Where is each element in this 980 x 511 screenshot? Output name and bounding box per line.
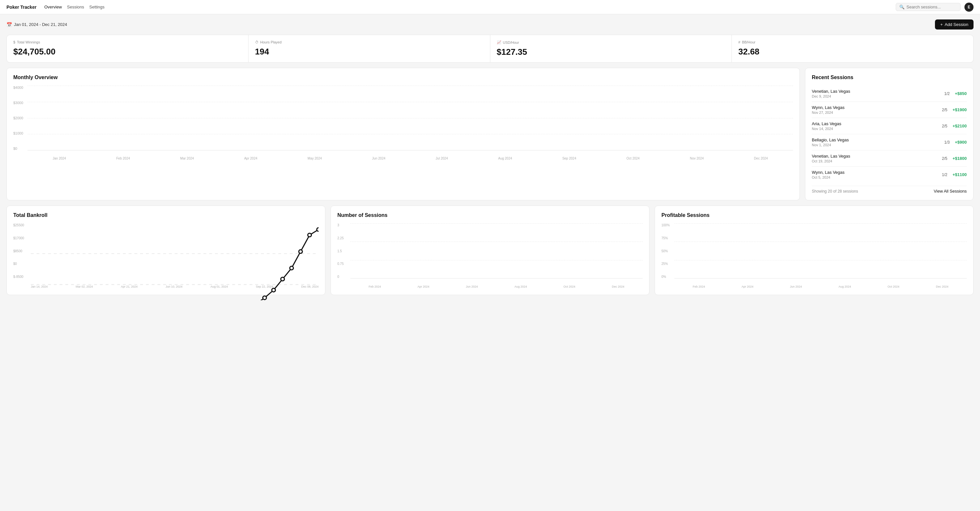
bankroll-chart: $25500 $17000 $8500 $0 $-8500 xyxy=(13,223,318,288)
chart-y-labels: $4000 $3000 $2000 $1000 $0 xyxy=(13,86,26,150)
stat-label-bb: # BB/Hour xyxy=(738,40,967,44)
bankroll-panel: Total Bankroll $25500 $17000 $8500 $0 $-… xyxy=(6,205,325,295)
session-row[interactable]: Venetian, Las Vegas Oct 19, 2024 2/5 +$1… xyxy=(812,150,967,167)
session-right: 2/5 +$1800 xyxy=(942,156,967,161)
x-label: Jul 2024 xyxy=(436,157,448,160)
stat-label-hours: ⏱ Hours Played xyxy=(255,40,484,44)
search-box[interactable]: 🔍 xyxy=(896,3,961,11)
session-info: Wynn, Las Vegas Nov 27, 2024 xyxy=(812,105,845,115)
session-right: 1/2 +$850 xyxy=(944,91,967,96)
session-right: 2/5 +$2100 xyxy=(942,124,967,128)
x-label: Aug 2024 xyxy=(498,157,512,160)
session-venue: Venetian, Las Vegas xyxy=(812,154,850,159)
stat-usd-hour: 📈 USD/Hour $127.35 xyxy=(490,35,732,62)
trend-icon: 📈 xyxy=(497,40,501,45)
nav-sessions[interactable]: Sessions xyxy=(67,3,84,11)
y-label: $-8500 xyxy=(13,275,30,279)
search-input[interactable] xyxy=(907,5,957,10)
nav-settings[interactable]: Settings xyxy=(89,3,105,11)
bottom-row: Total Bankroll $25500 $17000 $8500 $0 $-… xyxy=(6,205,974,295)
avatar: E xyxy=(964,3,974,12)
session-row[interactable]: Bellagio, Las Vegas Nov 1, 2024 1/3 +$90… xyxy=(812,134,967,150)
search-icon: 🔍 xyxy=(899,5,905,10)
calendar-icon: 📅 xyxy=(6,22,12,27)
session-profit: +$900 xyxy=(955,140,967,145)
session-date: Nov 27, 2024 xyxy=(812,111,845,115)
stat-value-winnings: $24,705.00 xyxy=(13,47,242,57)
profitable-title: Profitable Sessions xyxy=(662,212,967,218)
stat-value-bb: 32.68 xyxy=(738,47,967,57)
add-session-button[interactable]: + Add Session xyxy=(935,19,974,30)
chart-x-labels: Jan 2024Feb 2024Mar 2024Apr 2024May 2024… xyxy=(27,157,793,160)
bankroll-svg xyxy=(31,223,318,300)
y-label: $4000 xyxy=(13,86,26,89)
session-date: Nov 1, 2024 xyxy=(812,143,849,147)
session-row[interactable]: Wynn, Las Vegas Nov 27, 2024 2/5 +$1900 xyxy=(812,102,967,118)
chart-bars xyxy=(27,86,793,150)
profitable-bars xyxy=(675,223,967,279)
session-right: 2/5 +$1900 xyxy=(942,107,967,112)
sessions-footer: Showing 20 of 28 sessions View All Sessi… xyxy=(812,186,967,194)
app-brand: Poker Tracker xyxy=(6,5,37,10)
x-label: May 2024 xyxy=(307,157,322,160)
num-sessions-chart: 3 2.25 1.5 0.75 0 Feb 2024 Apr 2024 Jun … xyxy=(337,223,643,288)
stat-bb-hour: # BB/Hour 32.68 xyxy=(732,35,973,62)
profitable-x: Feb 2024 Apr 2024 Jun 2024 Aug 2024 Oct … xyxy=(675,285,967,288)
num-sessions-panel: Number of Sessions 3 2.25 1.5 0.75 0 xyxy=(331,205,649,295)
stat-label-winnings: $ Total Winnings xyxy=(13,40,242,44)
monthly-chart-area: $4000 $3000 $2000 $1000 $0 Jan 2024Feb 2… xyxy=(13,86,793,160)
session-profit: +$1800 xyxy=(953,156,967,161)
bankroll-dot xyxy=(317,228,318,231)
sessions-list: Venetian, Las Vegas Dec 9, 2024 1/2 +$85… xyxy=(812,86,967,183)
session-venue: Wynn, Las Vegas xyxy=(812,105,845,110)
x-label: Jun 2024 xyxy=(372,157,385,160)
view-all-sessions-link[interactable]: View All Sessions xyxy=(934,189,967,194)
recent-sessions-title: Recent Sessions xyxy=(812,75,967,80)
session-stakes: 2/5 xyxy=(942,156,948,161)
date-range[interactable]: 📅 Jan 01, 2024 - Dec 21, 2024 xyxy=(6,22,67,27)
nav-links: Overview Sessions Settings xyxy=(45,3,105,11)
session-info: Venetian, Las Vegas Oct 19, 2024 xyxy=(812,154,850,163)
y-label: $25500 xyxy=(13,223,30,227)
middle-row: Monthly Overview $4000 $3000 $2000 $1000… xyxy=(6,68,974,201)
bankroll-title: Total Bankroll xyxy=(13,212,318,218)
monthly-overview-title: Monthly Overview xyxy=(13,75,793,80)
bankroll-x-labels: Jan 14, 2024 Mar 02, 2024 Apr 21, 2024 J… xyxy=(31,285,318,288)
y-label: $3000 xyxy=(13,101,26,105)
bankroll-dot xyxy=(263,296,266,299)
stat-value-hours: 194 xyxy=(255,47,484,57)
session-stakes: 1/3 xyxy=(944,140,950,145)
session-row[interactable]: Aria, Las Vegas Nov 14, 2024 2/5 +$2100 xyxy=(812,118,967,134)
session-venue: Bellagio, Las Vegas xyxy=(812,137,849,142)
x-label: Dec 2024 xyxy=(754,157,768,160)
session-right: 1/3 +$900 xyxy=(944,140,967,145)
profitable-chart: 100% 75% 50% 25% 0% Feb 2024 Apr 2024 Ju… xyxy=(662,223,967,288)
bankroll-y-labels: $25500 $17000 $8500 $0 $-8500 xyxy=(13,223,30,279)
session-venue: Wynn, Las Vegas xyxy=(812,170,845,175)
bankroll-dot xyxy=(308,233,312,237)
nav-overview[interactable]: Overview xyxy=(45,3,62,11)
session-right: 1/2 +$1100 xyxy=(942,172,967,177)
session-date: Nov 14, 2024 xyxy=(812,127,841,131)
session-profit: +$850 xyxy=(955,91,967,96)
clock-icon: ⏱ xyxy=(255,40,259,44)
x-label: Mar 2024 xyxy=(180,157,194,160)
plus-icon: + xyxy=(940,22,943,27)
session-profit: +$1900 xyxy=(953,107,967,112)
session-date: Oct 5, 2024 xyxy=(812,175,845,179)
toolbar: 📅 Jan 01, 2024 - Dec 21, 2024 + Add Sess… xyxy=(6,19,974,30)
x-label: Jan 2024 xyxy=(53,157,66,160)
session-stakes: 1/2 xyxy=(944,91,950,96)
monthly-overview-panel: Monthly Overview $4000 $3000 $2000 $1000… xyxy=(6,68,800,201)
session-row[interactable]: Wynn, Las Vegas Oct 5, 2024 1/2 +$1100 xyxy=(812,167,967,183)
stat-label-usd: 📈 USD/Hour xyxy=(497,40,725,45)
session-row[interactable]: Venetian, Las Vegas Dec 9, 2024 1/2 +$85… xyxy=(812,86,967,102)
x-label: Nov 2024 xyxy=(690,157,704,160)
y-label: $1000 xyxy=(13,131,26,135)
y-label: $8500 xyxy=(13,249,30,253)
bankroll-dot xyxy=(299,250,302,253)
bankroll-dot xyxy=(272,288,275,292)
session-info: Wynn, Las Vegas Oct 5, 2024 xyxy=(812,170,845,179)
num-sessions-bars xyxy=(350,223,643,279)
num-sessions-y: 3 2.25 1.5 0.75 0 xyxy=(337,223,349,279)
